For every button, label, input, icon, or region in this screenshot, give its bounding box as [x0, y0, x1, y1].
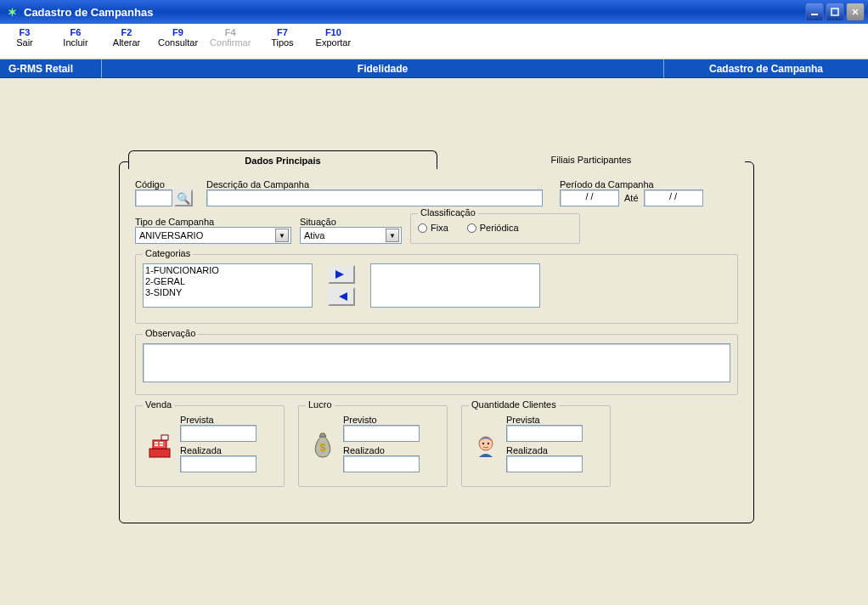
tipo-campanha-value: ANIVERSARIO [139, 230, 203, 240]
cash-register-icon [144, 432, 175, 462]
svg-point-12 [479, 437, 493, 450]
form-panel: Dados Principais Filiais Participantes C… [119, 161, 754, 523]
list-item[interactable]: 3-SIDNY [145, 287, 310, 298]
descricao-label: Descrição da Campanha [206, 179, 543, 189]
svg-rect-6 [155, 442, 158, 444]
statusband-right: Cadastro de Campanha [664, 59, 868, 78]
venda-realizada-input[interactable] [180, 455, 256, 472]
fkey-label: F3 [5, 27, 44, 37]
periodo-separator: Até [624, 193, 639, 203]
fkey-name: Confirmar [210, 37, 251, 48]
svg-point-13 [482, 443, 484, 444]
observacao-legend: Observação [143, 328, 198, 338]
fkey-label: F4 [210, 27, 251, 37]
classificacao-periodica-radio[interactable]: Periódica [467, 223, 519, 233]
toolbtn-consultar[interactable]: F9Consultar [158, 27, 198, 48]
person-icon [471, 432, 501, 462]
toolbtn-sair[interactable]: F3Sair [5, 27, 44, 48]
arrow-right-icon [334, 269, 349, 280]
list-item[interactable]: 1-FUNCIONARIO [145, 265, 310, 276]
fkey-label: F2 [107, 27, 146, 37]
tipo-campanha-combo[interactable]: ANIVERSARIO ▼ [135, 227, 291, 244]
situacao-combo[interactable]: Ativa ▼ [300, 227, 402, 244]
minimize-button[interactable] [805, 3, 824, 21]
clientes-prevista-label: Prevista [506, 415, 603, 425]
toolbtn-confirmar: F4Confirmar [210, 27, 251, 48]
money-bag-icon: $ [307, 432, 338, 462]
svg-rect-1 [831, 8, 838, 15]
svg-rect-9 [160, 444, 163, 446]
window-title: Cadastro de Campanhas [24, 6, 153, 19]
clientes-prevista-input[interactable] [506, 425, 583, 442]
lucro-previsto-input[interactable] [343, 425, 420, 442]
tab-filiais-participantes[interactable]: Filiais Participantes [437, 150, 745, 169]
arrow-left-icon [334, 291, 349, 302]
fkey-name: Exportar [313, 37, 352, 48]
radio-icon [418, 223, 427, 233]
codigo-lookup-button[interactable]: 🔍 [174, 189, 193, 206]
radio-label: Fixa [431, 223, 448, 233]
categorias-add-button[interactable] [328, 265, 355, 284]
fkey-toolbar: F3SairF6IncluirF2AlterarF9ConsultarF4Con… [0, 24, 868, 59]
tab-label: Dados Principais [245, 155, 320, 166]
clientes-realizada-label: Realizada [506, 445, 603, 455]
maximize-button[interactable] [826, 3, 844, 21]
periodo-to-input[interactable]: / / [644, 189, 703, 206]
fkey-name: Tipos [262, 37, 302, 48]
fkey-label: F6 [56, 27, 95, 37]
statusband-mid: Fidelidade [102, 59, 664, 78]
lucro-realizado-input[interactable] [343, 455, 420, 472]
codigo-input[interactable] [135, 189, 172, 206]
fkey-name: Sair [5, 37, 44, 48]
workarea: Dados Principais Filiais Participantes C… [0, 78, 868, 605]
lucro-realizado-label: Realizado [343, 445, 440, 455]
venda-prevista-input[interactable] [180, 425, 256, 442]
periodo-label: Período da Campanha [560, 179, 738, 189]
fkey-label: F9 [158, 27, 198, 37]
fkey-label: F7 [262, 27, 302, 37]
list-item[interactable]: 2-GERAL [145, 276, 310, 287]
status-band: G-RMS Retail Fidelidade Cadastro de Camp… [0, 59, 868, 78]
tab-dados-principais[interactable]: Dados Principais [128, 150, 437, 169]
lucro-legend: Lucro [306, 399, 335, 410]
toolbtn-incluir[interactable]: F6Incluir [56, 27, 95, 48]
categorias-remove-button[interactable] [328, 287, 355, 306]
window-titlebar: ✶ Cadastro de Campanhas [0, 0, 868, 24]
codigo-label: Código [135, 179, 194, 189]
app-icon: ✶ [5, 5, 19, 19]
svg-rect-4 [149, 449, 170, 457]
binoculars-icon: 🔍 [177, 192, 190, 205]
categorias-available-list[interactable]: 1-FUNCIONARIO2-GERAL3-SIDNY [143, 263, 313, 308]
fkey-name: Consultar [158, 37, 198, 48]
tab-label: Filiais Participantes [551, 155, 632, 165]
periodo-from-input[interactable]: / / [560, 189, 619, 206]
classificacao-fixa-radio[interactable]: Fixa [418, 223, 448, 233]
fkey-name: Alterar [107, 37, 146, 48]
fkey-name: Incluir [56, 37, 95, 48]
observacao-input[interactable] [143, 343, 730, 382]
svg-rect-7 [160, 442, 163, 444]
venda-realizada-label: Realizada [180, 445, 277, 455]
categorias-selected-list[interactable] [370, 263, 540, 308]
categorias-legend: Categorias [143, 248, 193, 258]
svg-rect-8 [155, 444, 158, 446]
tipo-campanha-label: Tipo de Campanha [135, 217, 291, 227]
clientes-realizada-input[interactable] [506, 455, 583, 472]
tab-strip: Dados Principais Filiais Participantes [128, 150, 745, 169]
clientes-legend: Quantidade Clientes [469, 399, 559, 410]
situacao-label: Situação [300, 217, 402, 227]
radio-icon [467, 223, 476, 233]
toolbtn-tipos[interactable]: F7Tipos [262, 27, 302, 48]
lucro-previsto-label: Previsto [343, 415, 440, 425]
svg-text:$: $ [320, 442, 326, 454]
venda-legend: Venda [143, 399, 174, 410]
venda-prevista-label: Prevista [180, 415, 277, 425]
radio-label: Periódica [480, 223, 519, 233]
chevron-down-icon: ▼ [275, 229, 289, 242]
toolbtn-alterar[interactable]: F2Alterar [107, 27, 146, 48]
descricao-input[interactable] [206, 189, 543, 206]
toolbtn-exportar[interactable]: F10Exportar [313, 27, 352, 48]
situacao-value: Ativa [304, 230, 324, 240]
classificacao-legend: Classificação [418, 207, 478, 218]
close-button[interactable] [846, 3, 865, 21]
